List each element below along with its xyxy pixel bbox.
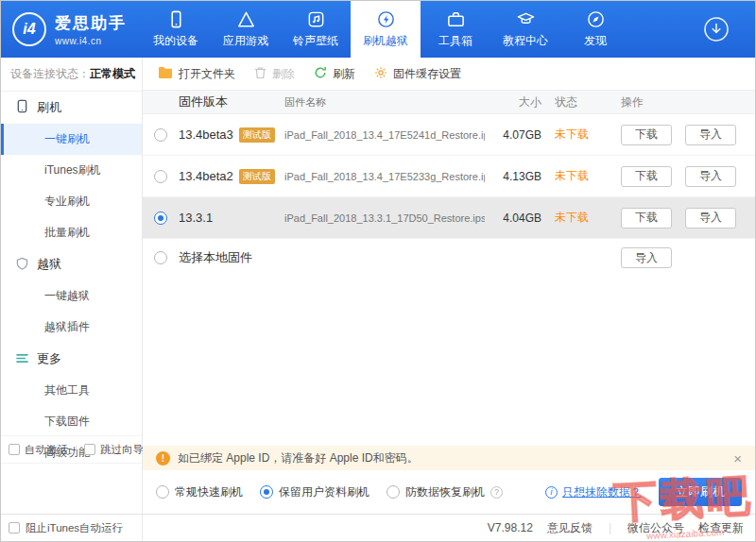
block-itunes-label: 阻止iTunes自动运行 [26, 521, 123, 535]
sidebar-group-label: 刷机 [37, 99, 61, 116]
sidebar-item-pro-flash[interactable]: 专业刷机 [1, 186, 142, 217]
divider: | [609, 521, 611, 534]
anti-recovery-flash-label: 防数据恢复刷机 [405, 484, 485, 500]
tab-apps-games[interactable]: 应用游戏 [211, 1, 281, 58]
firmware-radio[interactable] [154, 128, 167, 142]
firmware-size: 4.13GB [485, 170, 541, 183]
sidebar-item-download-firmware[interactable]: 下载固件 [1, 406, 142, 437]
status-bar: 阻止iTunes自动运行 V7.98.12 意见反馈 | 微信公众号 检查更新 [1, 514, 755, 541]
tab-label: 发现 [584, 33, 607, 49]
close-icon[interactable]: × [733, 451, 742, 466]
firmware-radio[interactable] [154, 251, 167, 264]
firmware-size: 4.07GB [485, 128, 541, 142]
sidebar-item-other-tools[interactable]: 其他工具 [1, 375, 142, 406]
refresh-icon [314, 66, 327, 82]
block-itunes-option[interactable]: 阻止iTunes自动运行 [1, 515, 143, 541]
firmware-status: 未下载 [555, 168, 611, 184]
open-folder-button[interactable]: 打开文件夹 [158, 66, 235, 82]
logo-icon: i4 [12, 12, 46, 46]
i4-assistant-window: i4 爱思助手 www.i4.cn 我的设备 应用游戏 [0, 0, 756, 542]
import-button[interactable]: 导入 [685, 166, 736, 187]
import-button[interactable]: 导入 [685, 208, 736, 229]
tab-discover[interactable]: 发现 [560, 1, 630, 58]
download-button[interactable]: 下载 [621, 166, 672, 187]
open-folder-label: 打开文件夹 [179, 66, 235, 82]
import-button[interactable]: 导入 [621, 247, 672, 268]
tab-label: 我的设备 [153, 33, 198, 49]
tab-my-devices[interactable]: 我的设备 [141, 1, 211, 58]
auto-activate-label: 自动激活 [25, 443, 68, 457]
tab-ringtones-wallpapers[interactable]: 铃声壁纸 [281, 1, 351, 58]
auto-activate-checkbox[interactable] [9, 444, 20, 455]
status-bar-right: V7.98.12 意见反馈 | 微信公众号 检查更新 [488, 520, 755, 536]
delete-button[interactable]: 删除 [254, 66, 295, 82]
toolbox-icon [446, 9, 466, 29]
header-version: 固件版本 [179, 93, 284, 110]
tab-tutorials[interactable]: 教程中心 [490, 1, 560, 58]
firmware-row[interactable]: 13.3.1 iPad_Fall_2018_13.3.1_17D50_Resto… [143, 197, 755, 239]
firmware-size: 4.04GB [485, 212, 541, 225]
gear-icon [374, 66, 387, 82]
connection-status-value: 正常模式 [90, 67, 135, 80]
sidebar-item-onekey-flash[interactable]: 一键刷机 [1, 124, 142, 155]
sidebar-group-flash: 刷机 [1, 92, 142, 124]
option-keep-data-flash[interactable]: 保留用户资料刷机 [260, 484, 369, 500]
sidebar-item-onekey-jailbreak[interactable]: 一键越狱 [1, 280, 142, 312]
download-circle-icon[interactable] [702, 15, 730, 46]
sidebar-item-itunes-flash[interactable]: iTunes刷机 [1, 155, 142, 186]
option-anti-recovery-flash[interactable]: 防数据恢复刷机 ? [387, 484, 503, 500]
beta-badge: 测试版 [239, 169, 275, 184]
anti-recovery-flash-radio[interactable] [387, 485, 400, 499]
beta-badge: 测试版 [239, 127, 275, 143]
delete-label: 删除 [272, 66, 295, 82]
firmware-row[interactable]: 选择本地固件 导入 [143, 239, 755, 277]
keep-data-flash-radio[interactable] [260, 485, 273, 499]
firmware-row[interactable]: 13.4beta3 测试版 iPad_Fall_2018_13.4_17E524… [143, 114, 755, 156]
firmware-radio[interactable] [154, 212, 167, 225]
app-version: V7.98.12 [488, 521, 533, 534]
flash-now-button[interactable]: 立即刷机 [659, 478, 742, 506]
compass-icon [586, 9, 606, 29]
erase-data-link[interactable]: i 只想抹除数据？ [545, 484, 642, 500]
tab-toolbox[interactable]: 工具箱 [421, 1, 490, 58]
firmware-name: iPad_Fall_2018_13.4_17E5241d_Restore.ips… [284, 129, 485, 141]
firmware-version: 13.3.1 [179, 211, 213, 225]
sidebar-group-label: 更多 [37, 350, 61, 367]
download-button[interactable]: 下载 [621, 125, 672, 145]
sidebar-group-label: 越狱 [37, 256, 61, 273]
block-itunes-checkbox[interactable] [9, 522, 20, 534]
cache-settings-button[interactable]: 固件缓存设置 [374, 66, 461, 82]
tab-flash-jailbreak[interactable]: 刷机越狱 [351, 1, 421, 58]
normal-flash-radio[interactable] [156, 485, 169, 499]
help-icon[interactable]: ? [490, 486, 503, 499]
connection-status: 设备连接状态：正常模式 [1, 58, 142, 92]
divider: | [75, 444, 77, 455]
firmware-row[interactable]: 13.4beta2 测试版 iPad_Fall_2018_13.4_17E523… [143, 156, 755, 197]
feedback-link[interactable]: 意见反馈 [547, 520, 593, 536]
tab-label: 铃声壁纸 [293, 33, 338, 49]
tab-label: 刷机越狱 [363, 33, 408, 49]
sidebar-checkbox-row: 自动激活 | 跳过向导 [1, 435, 142, 464]
wechat-link[interactable]: 微信公众号 [627, 520, 684, 536]
tab-label: 应用游戏 [223, 33, 268, 49]
sidebar-group-more: 更多 [1, 343, 142, 375]
sidebar-item-jailbreak-plugins[interactable]: 越狱插件 [1, 312, 142, 343]
header-status: 状态 [555, 94, 611, 110]
connection-status-label: 设备连接状态： [10, 67, 90, 80]
app-logo: i4 爱思助手 www.i4.cn [1, 1, 141, 58]
phone-icon [16, 99, 28, 116]
download-button[interactable]: 下载 [621, 208, 672, 229]
import-button[interactable]: 导入 [685, 125, 736, 145]
notice-text: 如已绑定 Apple ID，请准备好 Apple ID和密码。 [178, 450, 419, 466]
flash-options-bar: 常规快速刷机 保留用户资料刷机 防数据恢复刷机 ? i 只想抹除数据？ 立即刷机 [143, 470, 755, 514]
firmware-radio[interactable] [154, 170, 167, 183]
option-normal-flash[interactable]: 常规快速刷机 [156, 484, 243, 500]
sidebar-item-batch-flash[interactable]: 批量刷机 [1, 217, 142, 248]
app-header: i4 爱思助手 www.i4.cn 我的设备 应用游戏 [1, 1, 755, 58]
keep-data-flash-label: 保留用户资料刷机 [279, 484, 369, 500]
refresh-button[interactable]: 刷新 [314, 66, 355, 82]
check-update-link[interactable]: 检查更新 [698, 520, 744, 536]
skip-wizard-checkbox[interactable] [84, 444, 95, 455]
header-ops: 操作 [611, 94, 755, 110]
music-icon [306, 9, 326, 29]
